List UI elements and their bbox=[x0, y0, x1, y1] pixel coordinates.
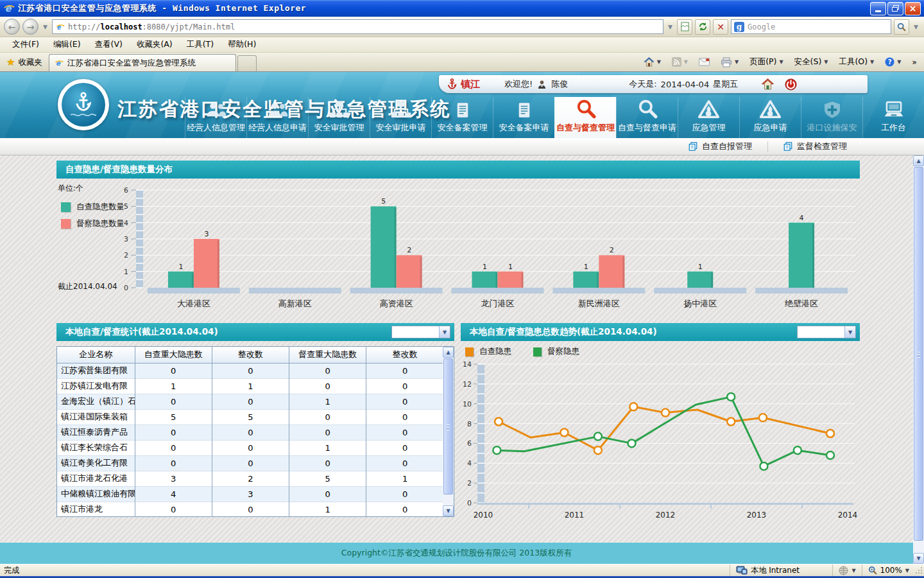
zoom-control[interactable]: 100% ▼ bbox=[862, 565, 915, 576]
tools-menu-button[interactable]: 工具(O)▼ bbox=[834, 55, 878, 69]
nav-item-7[interactable]: 自查与督查管理 bbox=[554, 97, 616, 138]
close-button[interactable]: × bbox=[905, 2, 921, 15]
nav-item-11[interactable]: 港口设施保安 bbox=[801, 97, 862, 138]
feeds-button[interactable]: ▼ bbox=[667, 55, 692, 69]
submenu-item-2[interactable]: 监督检查管理 bbox=[767, 141, 862, 152]
safety-menu-button[interactable]: 安全(S)▼ bbox=[790, 55, 833, 69]
mail-button[interactable] bbox=[694, 56, 714, 68]
scroll-up-button[interactable]: ▲ bbox=[913, 155, 924, 166]
menu-item[interactable]: 收藏夹(A) bbox=[130, 38, 180, 51]
page-menu-button[interactable]: 页面(P)▼ bbox=[745, 55, 787, 69]
table-row[interactable]: 镇江市港龙石化港3251 bbox=[57, 471, 443, 486]
svg-text:2010: 2010 bbox=[474, 511, 493, 520]
favicon-icon: e bbox=[56, 22, 65, 31]
nav-item-2[interactable]: 经营人信息申请 bbox=[246, 97, 308, 138]
print-button[interactable]: ▼ bbox=[716, 55, 743, 69]
table-row[interactable]: 镇江恒泰沥青产品0000 bbox=[57, 425, 443, 440]
scroll-down-button[interactable]: ▼ bbox=[443, 505, 454, 516]
svg-text:6: 6 bbox=[467, 439, 472, 448]
scroll-down-button[interactable]: ▼ bbox=[913, 553, 924, 564]
minimize-button[interactable] bbox=[870, 2, 886, 15]
legend-swatch bbox=[465, 347, 474, 356]
unit-label: 单位:个 bbox=[58, 183, 83, 194]
welcome-label: 欢迎您! bbox=[504, 78, 533, 90]
app-header: 江苏省港口安全监管与应急管理系统 镇江 欢迎您! 陈俊 今天是: 2014-04… bbox=[0, 72, 924, 138]
home-button[interactable]: ▼ bbox=[639, 55, 665, 69]
table-cell: 0 bbox=[366, 486, 443, 502]
table-cell: 0 bbox=[366, 378, 443, 394]
back-button[interactable]: ← bbox=[4, 19, 20, 35]
history-dropdown[interactable]: ▼ bbox=[41, 24, 49, 30]
trend-filter-select[interactable]: ▼ bbox=[797, 326, 856, 338]
table-cell: 0 bbox=[366, 455, 443, 471]
svg-text:14: 14 bbox=[463, 360, 472, 369]
svg-text:2: 2 bbox=[467, 479, 472, 487]
menu-item[interactable]: 工具(T) bbox=[180, 38, 221, 51]
search-button[interactable] bbox=[894, 19, 909, 35]
nav-item-10[interactable]: 应急申请 bbox=[739, 97, 801, 138]
nav-item-1[interactable]: 经营人信息管理 bbox=[185, 97, 246, 138]
menu-item[interactable]: 编辑(E) bbox=[46, 38, 88, 51]
page-scrollbar[interactable]: ▲ ▼ bbox=[913, 155, 924, 564]
table-row[interactable]: 镇江奇美化工有限0000 bbox=[57, 455, 443, 471]
nav-item-9[interactable]: 应急管理 bbox=[678, 97, 739, 138]
scrollbar-thumb[interactable] bbox=[914, 167, 923, 541]
globe-icon bbox=[839, 566, 848, 575]
resize-grip[interactable] bbox=[915, 566, 923, 574]
legend-item: 督察隐患 bbox=[533, 346, 579, 357]
anchor-icon bbox=[447, 78, 458, 90]
table-cell: 0 bbox=[289, 455, 366, 471]
address-bar[interactable]: e http://localhost:8080/yjpt/Main.html bbox=[52, 19, 663, 34]
search-dropdown[interactable]: ▼ bbox=[912, 24, 920, 30]
nav-item-3[interactable]: 安全审批管理 bbox=[308, 97, 370, 138]
logout-power-button[interactable] bbox=[785, 78, 797, 91]
svg-text:绝壁港区: 绝壁港区 bbox=[785, 299, 818, 308]
table-row[interactable]: 江苏索普集团有限0000 bbox=[57, 363, 443, 378]
svg-text:扬中港区: 扬中港区 bbox=[683, 299, 717, 308]
nav-item-4[interactable]: 安全审批申请 bbox=[370, 97, 431, 138]
table-scrollbar[interactable]: ▲ ▼ bbox=[443, 347, 454, 516]
search-input[interactable] bbox=[748, 22, 888, 31]
favorites-button[interactable]: ★ 收藏夹 bbox=[3, 57, 49, 71]
protected-mode-button[interactable]: ▼ bbox=[832, 565, 861, 576]
svg-text:2: 2 bbox=[407, 246, 411, 254]
menu-item[interactable]: 查看(V) bbox=[88, 38, 130, 51]
table-row[interactable]: 镇江港国际集装箱5500 bbox=[57, 409, 443, 425]
submenu-item-1[interactable]: 自查自报管理 bbox=[673, 141, 767, 152]
svg-text:0: 0 bbox=[124, 284, 128, 292]
compatibility-button[interactable] bbox=[677, 19, 692, 35]
scroll-up-button[interactable]: ▲ bbox=[443, 347, 454, 358]
table-row[interactable]: 江苏镇江发电有限1100 bbox=[57, 378, 443, 394]
menu-item[interactable]: 文件(F) bbox=[5, 38, 46, 51]
stats-filter-select[interactable]: ▼ bbox=[391, 326, 450, 338]
svg-text:5: 5 bbox=[381, 197, 386, 206]
new-tab-button[interactable] bbox=[237, 55, 257, 71]
table-row[interactable]: 镇江李长荣综合石0010 bbox=[57, 440, 443, 455]
nav-item-5[interactable]: 安全备案管理 bbox=[431, 97, 493, 138]
column-header: 整改数 bbox=[366, 347, 443, 363]
help-button[interactable]: ?▼ bbox=[880, 55, 905, 69]
refresh-button[interactable] bbox=[695, 19, 710, 35]
address-dropdown[interactable]: ▼ bbox=[666, 24, 674, 30]
table-cell: 金海宏业（镇江）石 bbox=[57, 394, 135, 409]
table-cell: 4 bbox=[135, 486, 212, 502]
forward-button[interactable]: → bbox=[22, 19, 38, 35]
legend-swatch bbox=[533, 347, 542, 356]
nav-item-12[interactable]: 工作台 bbox=[862, 97, 924, 138]
scrollbar-thumb[interactable] bbox=[443, 358, 453, 495]
tab-active[interactable]: e 江苏省港口安全监管与应急管理系统 bbox=[49, 54, 236, 71]
table-row[interactable]: 金海宏业（镇江）石0010 bbox=[57, 394, 443, 409]
table-cell: 江苏索普集团有限 bbox=[57, 363, 135, 378]
svg-text:4: 4 bbox=[800, 214, 804, 222]
people-icon bbox=[205, 100, 227, 119]
restore-button[interactable] bbox=[887, 2, 903, 15]
table-row[interactable]: 中储粮镇江粮油有限4300 bbox=[57, 486, 443, 502]
table-row[interactable]: 镇江市港龙0010 bbox=[57, 502, 443, 517]
stop-button[interactable]: ✕ bbox=[713, 19, 728, 35]
nav-item-label: 安全备案管理 bbox=[438, 122, 488, 134]
home-shortcut-icon[interactable] bbox=[761, 78, 774, 90]
nav-item-8[interactable]: 自查与督查申请 bbox=[616, 97, 678, 138]
overflow-chevron[interactable]: » bbox=[907, 55, 921, 69]
nav-item-6[interactable]: 安全备案申请 bbox=[493, 97, 554, 138]
menu-item[interactable]: 帮助(H) bbox=[221, 38, 263, 51]
